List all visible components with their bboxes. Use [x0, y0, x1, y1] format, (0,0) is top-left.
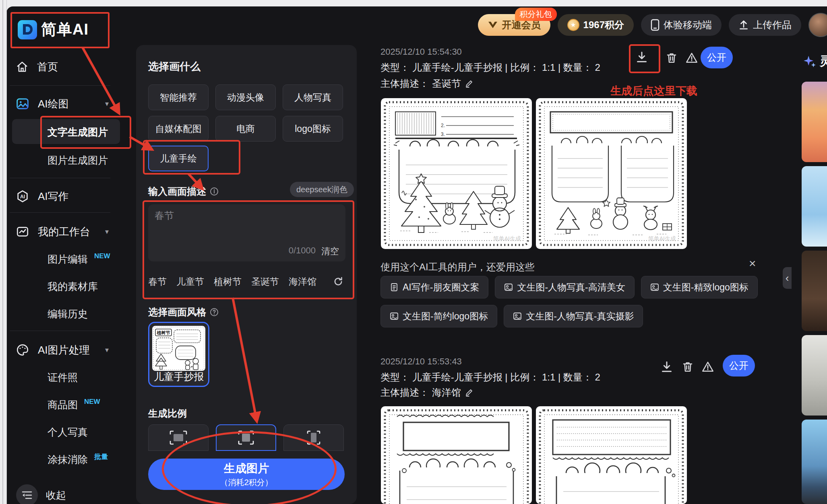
download-button[interactable] — [659, 359, 675, 375]
batch-badge: 批量 — [94, 452, 108, 461]
result-meta: 类型： 儿童手绘-儿童手抄报 | 比例： 1:1 | 数量： 2 — [380, 61, 600, 74]
generated-image-christmas-2[interactable]: 简单AI生成 — [536, 98, 687, 249]
gallery-image-interior[interactable] — [802, 251, 827, 331]
image-person-icon — [513, 312, 522, 321]
image-person-icon — [650, 283, 659, 292]
description-input-wrap: 0/1000 清空 — [148, 204, 345, 261]
gallery-image-railway[interactable] — [802, 420, 827, 504]
gallery-image-sky[interactable] — [802, 166, 827, 247]
close-icon[interactable]: × — [749, 257, 756, 270]
generate-button[interactable]: 生成图片 （消耗2积分） — [148, 459, 345, 490]
sidebar-item-ai-image-process[interactable]: AI图片处理 ▾ — [0, 339, 121, 360]
warning-icon — [701, 360, 714, 373]
sidebar-item-image-edit[interactable]: 图片编辑 NEW — [0, 249, 121, 269]
download-button[interactable] — [635, 50, 649, 66]
sidebar-item-product-image[interactable]: 商品图 NEW — [0, 394, 121, 415]
refresh-icon[interactable] — [330, 274, 346, 290]
sidebar-item-image-to-image[interactable]: 图片生成图片 — [0, 150, 121, 171]
generated-image-christmas-1[interactable]: 2. 3. — [381, 98, 532, 249]
window-top-edge — [0, 0, 827, 6]
mobile-app-label: 体验移动端 — [664, 19, 712, 31]
suggestion-chip[interactable]: 春节 — [148, 276, 167, 288]
open-vip-button[interactable]: 开通会员 积分礼包 — [478, 14, 550, 36]
choice-media-image[interactable]: 自媒体配图 — [148, 116, 209, 142]
sidebar-ai-draw-label: AI绘图 — [38, 97, 69, 111]
style-card-children-newspaper[interactable]: 植树节 儿童手抄报 — [148, 322, 209, 387]
desc-value: 圣诞节 — [432, 77, 461, 90]
upload-work-button[interactable]: 上传作品 — [729, 14, 801, 36]
upload-icon — [738, 20, 749, 30]
sidebar-item-workspace[interactable]: 我的工作台 ▾ — [0, 221, 121, 242]
delete-button[interactable] — [680, 359, 696, 375]
sidebar-item-text-to-image[interactable]: 文字生成图片 — [0, 121, 121, 143]
choice-smart-recommend[interactable]: 智能推荐 — [148, 84, 209, 110]
suggestion-chip[interactable]: 儿童节 — [176, 276, 204, 288]
desc-label: 主体描述： — [380, 77, 429, 90]
desc-section-title: 输入画面描述 — [148, 185, 219, 198]
generate-label: 生成图片 — [224, 461, 269, 476]
gallery-collapse-handle[interactable]: ‹ — [783, 267, 792, 289]
recommend-chip[interactable]: 文生图-简约logo图标 — [380, 305, 497, 327]
choice-logo[interactable]: logo图标 — [283, 116, 343, 142]
user-avatar[interactable] — [808, 13, 827, 37]
sidebar-item-my-assets[interactable]: 我的素材库 — [0, 276, 121, 297]
sidebar-item-ai-writing[interactable]: AI AI写作 — [0, 186, 121, 207]
sidebar-item-edit-history[interactable]: 编辑历史 — [0, 303, 121, 324]
ratio-landscape-button[interactable] — [148, 424, 209, 451]
char-counter: 0/1000 — [289, 245, 316, 257]
sidebar-collapse-button[interactable]: 收起 — [16, 484, 66, 504]
suggestion-words: 春节 儿童节 植树节 圣诞节 海洋馆 — [148, 274, 346, 290]
generated-image-ocean-1[interactable]: 简单AI生成 — [381, 406, 532, 504]
suggestion-chip[interactable]: 植树节 — [214, 276, 242, 288]
recommend-chip[interactable]: 文生图-人物写真-高清美女 — [495, 276, 634, 298]
collapse-icon — [16, 484, 38, 504]
trash-icon — [681, 360, 694, 373]
result-meta: 类型： 儿童手绘-儿童手抄报 | 比例： 1:1 | 数量： 2 — [380, 371, 600, 384]
sidebar-item-smear-erase[interactable]: 涂抹消除 批量 — [0, 449, 121, 470]
publish-button[interactable]: 公开 — [701, 47, 733, 68]
sidebar-item-personal-photo[interactable]: 个人写真 — [0, 422, 121, 442]
ratio-square-button[interactable] — [216, 424, 276, 451]
publish-button[interactable]: 公开 — [723, 355, 755, 376]
points-balance-button[interactable]: ★ 1967积分 — [558, 14, 634, 36]
suggestion-chip[interactable]: 圣诞节 — [251, 276, 279, 288]
choice-ecommerce[interactable]: 电商 — [215, 116, 276, 142]
recommend-chip[interactable]: AI写作-朋友圈文案 — [380, 276, 488, 298]
deepseek-polish-button[interactable]: deepseek润色 — [290, 182, 354, 197]
generated-image-ocean-2[interactable]: 简单AI生成 — [536, 406, 687, 504]
chevron-down-icon: ▾ — [105, 227, 109, 236]
edit-icon[interactable] — [464, 388, 474, 397]
report-button[interactable] — [684, 50, 700, 66]
recommend-chip[interactable]: 文生图-精致logo图标 — [641, 276, 758, 298]
description-textarea[interactable] — [154, 208, 337, 246]
sidebar-divider — [10, 85, 110, 86]
recommend-chip-label: 文生图-人物写真-高清美女 — [517, 281, 625, 294]
doc-icon — [390, 283, 399, 292]
sidebar-item-ai-draw[interactable]: AI绘图 ▾ — [0, 93, 121, 114]
choice-children-drawing[interactable]: 儿童手绘 — [148, 146, 209, 171]
sidebar-divider — [10, 331, 110, 331]
recommend-chip[interactable]: 文生图-人物写真-真实摄影 — [504, 305, 643, 327]
recommend-chip-label: AI写作-朋友圈文案 — [403, 281, 479, 294]
choice-portrait[interactable]: 人物写真 — [283, 84, 343, 110]
clear-button[interactable]: 清空 — [321, 245, 339, 257]
sidebar-item-id-photo[interactable]: 证件照 — [0, 367, 121, 388]
gallery-image-sunset[interactable] — [802, 82, 827, 162]
delete-button[interactable] — [664, 50, 680, 66]
svg-text:植树节: 植树节 — [157, 330, 171, 335]
choice-anime-avatar[interactable]: 动漫头像 — [215, 84, 276, 110]
sidebar-item-home[interactable]: 首页 — [0, 56, 121, 77]
report-button[interactable] — [700, 359, 716, 375]
recommend-chip-label: 文生图-精致logo图标 — [663, 281, 748, 294]
ratio-portrait-button[interactable] — [283, 424, 344, 451]
suggestion-chip[interactable]: 海洋馆 — [289, 276, 316, 288]
style-section-title: 选择画面风格 — [148, 306, 219, 319]
mobile-app-button[interactable]: 体验移动端 — [641, 14, 722, 36]
edit-icon[interactable] — [464, 79, 474, 88]
home-icon — [16, 61, 28, 73]
gallery-image-ink-painting[interactable] — [802, 335, 827, 416]
download-icon — [660, 360, 674, 374]
recommend-chip-label: 文生图-人物写真-真实摄影 — [526, 310, 634, 323]
desc-value: 海洋馆 — [432, 386, 461, 399]
sidebar-divider — [10, 178, 110, 178]
